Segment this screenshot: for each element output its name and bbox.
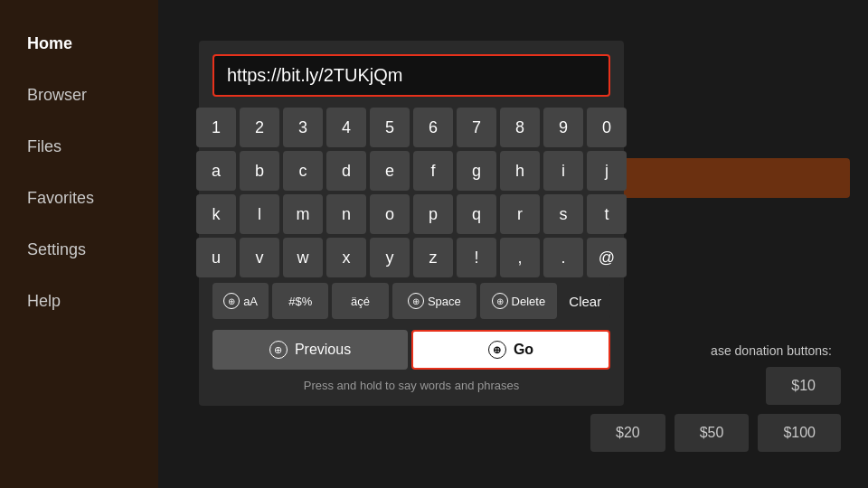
key-at[interactable]: @ (587, 238, 627, 277)
key-r[interactable]: r (500, 194, 540, 234)
key-exclaim[interactable]: ! (457, 238, 496, 277)
donate-100-button[interactable]: $100 (758, 414, 841, 452)
key-5[interactable]: 5 (370, 108, 410, 147)
key-l[interactable]: l (240, 194, 279, 234)
key-i[interactable]: i (543, 151, 583, 191)
key-symbols-button[interactable]: #$% (272, 283, 328, 319)
key-a[interactable]: a (196, 151, 236, 191)
key-b[interactable]: b (240, 151, 279, 191)
sidebar-item-help[interactable]: Help (0, 276, 158, 327)
key-m[interactable]: m (283, 194, 323, 234)
key-q[interactable]: q (457, 194, 496, 234)
voice-hint: Press and hold to say words and phrases (212, 379, 610, 392)
key-6[interactable]: 6 (413, 108, 453, 147)
key-p[interactable]: p (413, 194, 453, 234)
keyboard: 1 2 3 4 5 6 7 8 9 0 a b c d e f g h (212, 108, 610, 370)
key-t[interactable]: t (587, 194, 627, 234)
special-row: ⊕ aA #$% äçé ⊕ Space ⊕ Delete (212, 283, 610, 319)
key-9[interactable]: 9 (543, 108, 583, 147)
key-1[interactable]: 1 (196, 108, 236, 147)
previous-button[interactable]: ⊕ Previous (212, 330, 408, 370)
key-space-button[interactable]: ⊕ Space (392, 283, 477, 319)
key-v[interactable]: v (240, 238, 279, 277)
go-icon: ⊕ (488, 341, 506, 359)
key-d[interactable]: d (326, 151, 366, 191)
main-area: ase donation buttons: $10 $20 $50 $100 1… (158, 0, 868, 488)
key-n[interactable]: n (326, 194, 366, 234)
key-o[interactable]: o (370, 194, 410, 234)
alpha-row-2: k l m n o p q r s t (212, 194, 610, 234)
donate-50-button[interactable]: $50 (675, 414, 750, 452)
sidebar-item-browser[interactable]: Browser (0, 70, 158, 121)
sidebar-item-settings[interactable]: Settings (0, 224, 158, 276)
key-j[interactable]: j (587, 151, 627, 191)
alpha-row-3: u v w x y z ! , . @ (212, 238, 610, 277)
sidebar-item-files[interactable]: Files (0, 121, 158, 173)
keyboard-modal: 1 2 3 4 5 6 7 8 9 0 a b c d e f g h (199, 41, 624, 406)
sidebar-item-favorites[interactable]: Favorites (0, 173, 158, 224)
key-h[interactable]: h (500, 151, 540, 191)
key-delete-button[interactable]: ⊕ Delete (480, 283, 556, 319)
key-clear-button[interactable]: Clear (561, 283, 610, 319)
key-c[interactable]: c (283, 151, 323, 191)
key-f[interactable]: f (413, 151, 453, 191)
number-row: 1 2 3 4 5 6 7 8 9 0 (212, 108, 610, 147)
key-accents-button[interactable]: äçé (332, 283, 388, 319)
key-4[interactable]: 4 (326, 108, 366, 147)
key-x[interactable]: x (326, 238, 366, 277)
key-3[interactable]: 3 (283, 108, 323, 147)
key-g[interactable]: g (457, 151, 496, 191)
previous-icon: ⊕ (269, 341, 288, 359)
key-y[interactable]: y (370, 238, 410, 277)
url-input[interactable] (214, 56, 609, 95)
key-comma[interactable]: , (500, 238, 540, 277)
go-button[interactable]: ⊕ Go (411, 330, 610, 370)
sidebar: Home Browser Files Favorites Settings He… (0, 0, 158, 488)
key-s[interactable]: s (543, 194, 583, 234)
key-z[interactable]: z (413, 238, 453, 277)
key-7[interactable]: 7 (457, 108, 496, 147)
key-0[interactable]: 0 (587, 108, 627, 147)
sidebar-item-home[interactable]: Home (0, 18, 158, 70)
key-w[interactable]: w (283, 238, 323, 277)
donation-row-2: $20 $50 $100 (185, 414, 841, 452)
url-input-wrapper (212, 54, 610, 97)
right-input-box (615, 158, 850, 198)
key-8[interactable]: 8 (500, 108, 540, 147)
donate-10-button[interactable]: $10 (766, 367, 841, 405)
key-case-button[interactable]: ⊕ aA (212, 283, 269, 319)
key-2[interactable]: 2 (240, 108, 279, 147)
key-k[interactable]: k (196, 194, 236, 234)
alpha-row-1: a b c d e f g h i j (212, 151, 610, 191)
key-e[interactable]: e (370, 151, 410, 191)
donate-20-button[interactable]: $20 (590, 414, 665, 452)
action-row: ⊕ Previous ⊕ Go (212, 330, 610, 370)
key-period[interactable]: . (543, 238, 583, 277)
key-u[interactable]: u (196, 238, 236, 277)
